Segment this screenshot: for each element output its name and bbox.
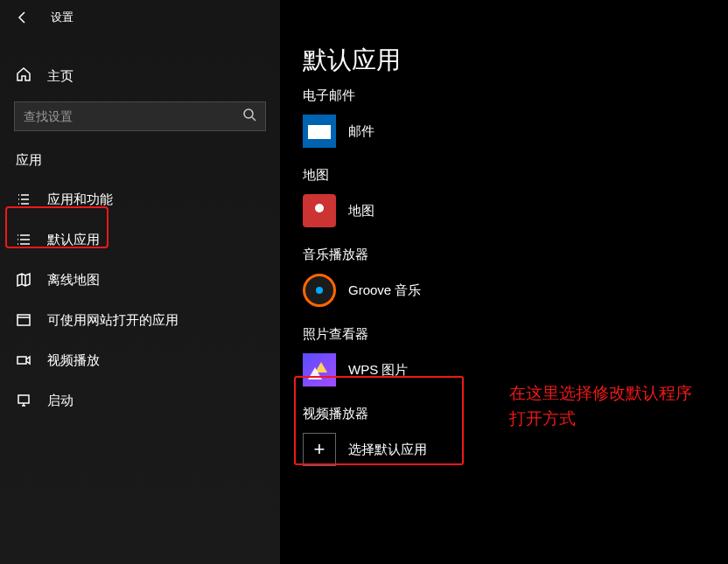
wps-photo-icon (303, 353, 336, 386)
video-icon (16, 352, 32, 368)
search-icon (242, 108, 256, 125)
sidebar-home[interactable]: 主页 (0, 58, 280, 94)
svg-rect-3 (18, 395, 29, 403)
category-music: 音乐播放器 Groove 音乐 (303, 247, 728, 307)
category-label: 地图 (303, 167, 728, 184)
sidebar-section-title: 应用 (0, 131, 280, 179)
search-row (14, 101, 266, 131)
sidebar-item-apps-features[interactable]: 应用和功能 (0, 179, 280, 219)
home-icon (16, 66, 32, 86)
sidebar-item-label: 启动 (47, 393, 74, 409)
sidebar-item-video-playback[interactable]: 视频播放 (0, 340, 280, 380)
category-label: 音乐播放器 (303, 247, 728, 263)
app-name: Groove 音乐 (348, 282, 421, 299)
svg-rect-2 (18, 357, 26, 364)
default-app-video[interactable]: + 选择默认应用 (303, 433, 728, 466)
header: 设置 (0, 0, 280, 35)
mail-icon (303, 115, 336, 148)
sidebar-item-label: 视频播放 (47, 352, 100, 369)
sidebar-item-label: 可使用网站打开的应用 (47, 312, 178, 329)
default-app-maps[interactable]: 地图 (303, 194, 728, 227)
app-name: 地图 (348, 203, 374, 219)
maps-icon (303, 194, 336, 227)
sidebar-item-startup[interactable]: 启动 (0, 380, 280, 421)
app-name: 邮件 (348, 123, 374, 140)
plus-icon: + (303, 433, 336, 466)
search-box[interactable] (14, 101, 266, 131)
sidebar-item-default-apps[interactable]: 默认应用 (0, 219, 280, 260)
main: 默认应用 电子邮件 邮件 地图 地图 音乐播放器 Groove 音乐 照片查看器… (280, 0, 728, 564)
page-title: 默认应用 (303, 44, 728, 77)
category-email: 电子邮件 邮件 (303, 87, 728, 148)
sidebar: 设置 主页 应用 应用和功能 默认应用 离线地图 (0, 0, 280, 564)
category-label: 电子邮件 (303, 87, 728, 104)
website-icon (16, 312, 32, 328)
sidebar-item-label: 离线地图 (47, 272, 100, 289)
app-name: 选择默认应用 (348, 442, 427, 458)
startup-icon (16, 393, 32, 408)
sidebar-item-website-apps[interactable]: 可使用网站打开的应用 (0, 300, 280, 340)
sidebar-item-offline-maps[interactable]: 离线地图 (0, 260, 280, 300)
default-app-music[interactable]: Groove 音乐 (303, 274, 728, 307)
map-icon (16, 272, 32, 288)
sidebar-item-label: 默认应用 (47, 232, 100, 248)
list-icon (16, 191, 32, 207)
svg-point-0 (244, 109, 253, 118)
sidebar-item-label: 应用和功能 (47, 191, 113, 208)
sidebar-home-label: 主页 (47, 68, 74, 85)
default-apps-icon (16, 232, 32, 247)
app-name: WPS 图片 (348, 362, 408, 379)
category-label: 照片查看器 (303, 326, 728, 343)
category-maps: 地图 地图 (303, 167, 728, 227)
header-title: 设置 (51, 10, 74, 25)
groove-icon (303, 274, 336, 307)
svg-rect-1 (18, 315, 30, 325)
category-photo: 照片查看器 WPS 图片 (303, 326, 728, 386)
default-app-email[interactable]: 邮件 (303, 115, 728, 148)
search-input[interactable] (24, 109, 242, 123)
back-icon[interactable] (16, 10, 30, 24)
annotation-text: 在这里选择修改默认程序打开方式 (509, 381, 702, 431)
